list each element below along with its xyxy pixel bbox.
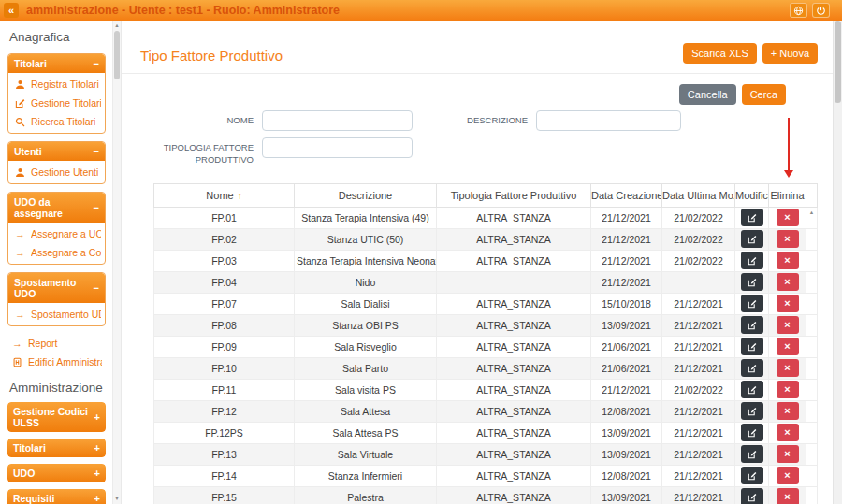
descrizione-input[interactable] — [536, 110, 681, 131]
table-cell: 13/09/2021 — [591, 314, 662, 336]
table-cell: 21/12/2021 — [591, 228, 662, 250]
sidebar-section-title: Requisiti — [13, 493, 54, 504]
delete-row-button[interactable]: × — [777, 467, 799, 484]
cerca-button[interactable]: Cerca — [742, 84, 786, 105]
column-header-elimina[interactable]: Elimina — [769, 183, 806, 207]
scarica-xls-button[interactable]: Scarica XLS — [683, 43, 757, 64]
edit-row-button[interactable] — [741, 295, 763, 312]
modifica-cell — [735, 271, 769, 293]
column-header-nome[interactable]: Nome↑ — [154, 183, 295, 207]
sidebar-scrollbar-thumb[interactable] — [114, 31, 120, 79]
sidebar-item-assegnare-a-cod-min[interactable]: →Assegnare a Cod. Min. — [8, 243, 105, 262]
sidebar-item-label: Assegnare a Cod. Min. — [31, 247, 101, 258]
edit-row-button[interactable] — [741, 230, 763, 248]
delete-row-button[interactable]: × — [777, 488, 799, 504]
edit-row-button[interactable] — [741, 252, 763, 269]
table-cell: 21/12/2021 — [591, 379, 662, 400]
power-icon[interactable] — [812, 3, 830, 18]
column-header-modifica[interactable]: Modifica — [735, 183, 769, 207]
sidebar-section-requisiti[interactable]: Requisiti+ — [7, 489, 106, 504]
edit-row-button[interactable] — [741, 402, 763, 420]
sidebar-section-title: Titolari — [14, 58, 47, 69]
edit-row-button[interactable] — [741, 316, 763, 334]
modifica-cell — [735, 314, 769, 336]
edit-row-button[interactable] — [741, 273, 763, 291]
sidebar-section-titolari[interactable]: Titolari+ — [7, 439, 106, 457]
table-cell: FP.13 — [154, 443, 295, 465]
sidebar-section-spostamento-udo[interactable]: Spostamento UDO− — [8, 273, 105, 303]
sidebar-item-report[interactable]: →Report — [7, 334, 106, 353]
sidebar-section-titolari[interactable]: Titolari− — [8, 54, 105, 73]
nuova-button[interactable]: + Nuova — [762, 43, 818, 64]
sidebar-scrollbar[interactable]: ▲ ▼ — [112, 21, 121, 504]
sidebar-section-title: Titolari — [13, 442, 46, 454]
column-header-tipologia-fattore-produttivo[interactable]: Tipologia Fattore Produttivo — [437, 183, 591, 207]
page-scrollbar-thumb[interactable] — [835, 21, 841, 103]
table-cell — [437, 271, 591, 293]
sidebar-section-title: Utenti — [14, 146, 42, 157]
edit-row-button[interactable] — [741, 424, 763, 441]
edit-row-button[interactable] — [741, 381, 763, 398]
delete-row-button[interactable]: × — [777, 338, 799, 355]
table-cell: Stanza Terapia Intensiva Neonatale (73) — [295, 250, 437, 271]
delete-row-button[interactable]: × — [777, 424, 799, 441]
table-cell: FP.10 — [154, 357, 295, 379]
sidebar-section-udo[interactable]: UDO+ — [7, 464, 106, 482]
delete-row-button[interactable]: × — [777, 209, 799, 226]
delete-row-button[interactable]: × — [777, 230, 799, 248]
edit-row-button[interactable] — [741, 359, 763, 377]
session-title: amministrazione - Utente : test1 - Ruolo… — [26, 4, 340, 17]
modifica-cell — [735, 443, 769, 465]
table-cell: Palestra — [295, 486, 437, 504]
cancella-button[interactable]: Cancella — [679, 84, 736, 105]
table-scroll-up-icon[interactable]: ▲ — [806, 208, 817, 215]
table-cell: 21/12/2021 — [591, 207, 662, 228]
sidebar-item-registra-titolari[interactable]: Registra Titolari — [8, 75, 105, 94]
delete-row-button[interactable]: × — [777, 445, 799, 463]
table-cell: Sala Attesa PS — [295, 422, 437, 443]
globe-icon[interactable] — [790, 3, 807, 18]
edit-row-button[interactable] — [741, 338, 763, 355]
table-cell: ALTRA_STANZA — [437, 336, 591, 357]
delete-row-button[interactable]: × — [777, 402, 799, 420]
sidebar-item-spostamento-udo[interactable]: →Spostamento UDO — [8, 305, 105, 324]
table-cell: 13/09/2021 — [591, 486, 662, 504]
table-row: FP.08Stanza OBI PSALTRA_STANZA13/09/2021… — [154, 314, 818, 336]
edit-row-button[interactable] — [741, 209, 763, 226]
delete-row-button[interactable]: × — [777, 252, 799, 269]
column-header-data-creazione[interactable]: Data Creazione — [591, 183, 662, 207]
modifica-cell — [735, 486, 769, 504]
scroll-down-icon[interactable]: ▼ — [113, 496, 121, 501]
table-scrollbar-column — [806, 379, 818, 400]
delete-row-button[interactable]: × — [777, 295, 799, 312]
sidebar-item-gestione-utenti[interactable]: Gestione Utenti — [8, 163, 105, 181]
tipologia-input[interactable] — [262, 137, 413, 158]
sidebar-section-utenti[interactable]: Utenti− — [8, 142, 105, 161]
edit-row-button[interactable] — [741, 467, 763, 484]
table-row: FP.09Sala RisveglioALTRA_STANZA21/06/202… — [154, 336, 818, 357]
sidebar-section-udo-da-assegnare[interactable]: UDO da assegnare− — [8, 193, 105, 223]
delete-row-button[interactable]: × — [777, 381, 799, 398]
delete-row-button[interactable]: × — [777, 359, 799, 377]
table-cell: 21/12/2021 — [662, 336, 735, 357]
sidebar-item-gestione-titolari[interactable]: Gestione Titolari — [8, 94, 105, 112]
sidebar-item-edifici-amministrazione[interactable]: Edifici Amministrazione — [7, 353, 106, 371]
sidebar-item-label: Gestione Titolari — [31, 97, 101, 108]
nome-input[interactable] — [262, 110, 413, 131]
delete-row-button[interactable]: × — [777, 273, 799, 291]
column-header-descrizione[interactable]: Descrizione — [295, 183, 437, 207]
sidebar-section-gestione-codici-ulss[interactable]: Gestione Codici ULSS+ — [7, 402, 106, 432]
filter-form: NOME DESCRIZIONE TIPOLOGIA FATTORE PRODU… — [122, 110, 833, 166]
column-header-data-ultima-mo[interactable]: Data Ultima Mo... — [662, 183, 735, 207]
table-cell: Nido — [295, 271, 437, 293]
edit-row-button[interactable] — [741, 445, 763, 463]
sidebar-item-assegnare-a-uo[interactable]: →Assegnare a UO — [8, 224, 105, 243]
table-scrollbar-column — [806, 357, 818, 379]
sidebar-collapse-button[interactable]: « — [4, 3, 19, 18]
sidebar-item-label: Assegnare a UO — [31, 228, 101, 239]
scroll-up-icon[interactable]: ▲ — [113, 22, 121, 28]
delete-row-button[interactable]: × — [777, 316, 799, 334]
edit-row-button[interactable] — [741, 488, 763, 504]
sidebar-item-ricerca-titolari[interactable]: Ricerca Titolari — [8, 112, 105, 131]
page-scrollbar[interactable] — [833, 21, 842, 504]
